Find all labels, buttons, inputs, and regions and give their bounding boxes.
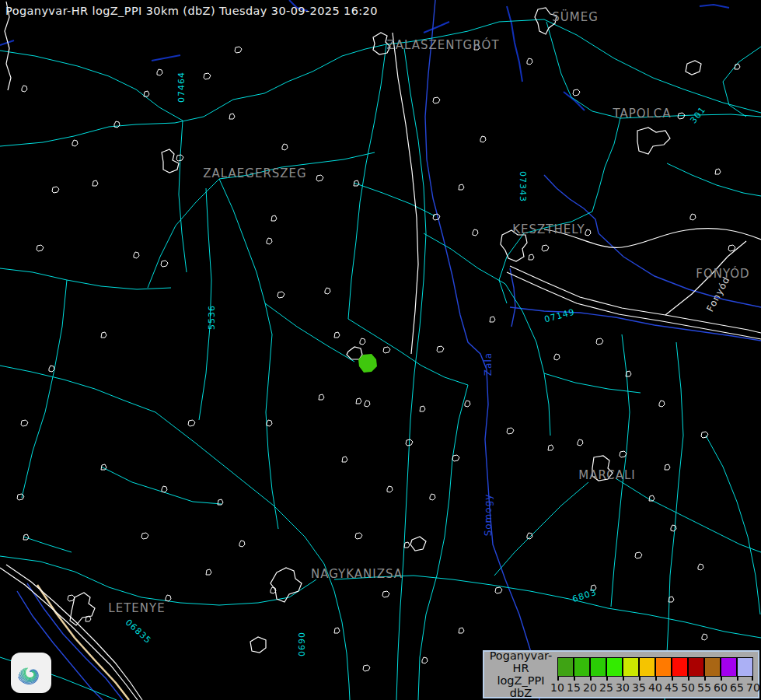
settlement-mark [316,175,323,181]
road-line [0,51,183,121]
road-line [0,556,316,605]
settlement-mark [162,486,167,492]
settlement-mark [659,401,665,407]
settlement-mark [690,214,696,220]
settlement-mark [23,534,29,540]
settlement-mark [72,140,78,146]
settlement-mark [548,445,553,450]
city-label-nagykanizsa: NAGYKANIZSA [311,567,403,581]
road-line [266,334,278,529]
city-label-tapolca: TAPOLCA [613,107,671,121]
road-line [334,576,761,638]
settlement-mark [573,89,580,96]
road-line [665,342,683,700]
road-line [101,467,222,504]
settlement-mark [495,587,502,593]
settlement-mark [715,169,721,174]
settlement-mark [360,338,365,345]
settlement-mark [465,401,470,407]
settlement-mark [665,464,670,470]
settlement-mark [383,347,390,353]
road-line [22,280,67,498]
settlement-outline [271,568,302,602]
settlement-mark [452,455,459,461]
legend-station: Poganyvar-HR [484,649,557,674]
settlement-mark [459,184,464,190]
settlement-mark [267,238,272,244]
settlement-mark [542,245,549,251]
settlement-mark [204,73,211,79]
settlement-mark [52,187,59,193]
road-line [219,179,272,334]
settlement-mark [480,136,486,142]
settlement-mark [134,252,139,258]
road-line [706,436,760,614]
road-line [354,183,435,216]
scale-tick [639,677,641,681]
settlement-mark [404,542,410,548]
color-scale-cell [623,658,640,676]
settlement-mark [161,261,168,267]
settlement-mark [430,494,435,500]
scale-tick [623,677,624,681]
settlement-mark [235,47,242,53]
settlement-mark [141,533,148,539]
scale-tick [737,677,738,681]
color-scale-cell [738,658,752,676]
color-scale-cell [656,658,672,676]
scale-tick [590,677,592,681]
settlement-mark [437,346,444,352]
river-line-dark [424,22,449,33]
settlement-mark [365,401,370,407]
radar-app-logo [11,653,51,693]
river-line-dark [507,6,522,82]
settlement-mark [420,406,425,411]
settlement-mark [282,144,288,150]
settlement-mark [22,86,27,92]
scale-tick [672,677,673,681]
road-line [616,478,761,552]
road-line [494,482,588,576]
settlement-mark [342,457,347,462]
road-line [505,284,550,436]
spiral-logo-icon [11,653,51,693]
road-line [723,47,761,117]
city-label-letenye: LETENYE [108,601,165,615]
settlement-mark [17,494,24,500]
road-number-label: 0690 [297,632,307,656]
settlement-mark [101,464,106,470]
settlement-mark [101,332,106,338]
color-scale-cell [591,658,607,676]
settlement-mark [728,245,735,251]
road-line [23,537,72,552]
city-label-keszthely: KESZTHELY [512,222,585,236]
settlement-mark [188,420,195,426]
settlement-outline [250,637,266,653]
color-scale-cell [672,658,689,676]
road-number-label: 07464 [176,72,187,103]
settlement-mark [635,552,642,558]
city-label-sümeg: SÜMEG [552,10,599,24]
settlement-mark [490,317,495,322]
color-scale: 10152025303540455055606570 [557,652,753,697]
settlement-mark [578,439,583,446]
settlement-mark [422,657,428,663]
settlement-mark [671,525,676,531]
scale-tick [688,677,689,681]
railway-line [393,33,418,354]
road-line [396,48,426,700]
settlement-mark [206,569,211,575]
settlement-mark [527,58,532,65]
settlement-mark [585,229,591,236]
color-scale-cell [607,658,623,676]
color-scale-bar [557,657,753,677]
settlement-mark [354,180,359,186]
settlement-outline [637,128,670,154]
road-line [499,233,524,303]
color-scale-cell [558,658,574,676]
settlement-mark [93,180,98,186]
color-scale-cell [689,658,705,676]
road-line [324,564,350,700]
scale-tick [752,677,753,681]
river-line-dark [700,5,729,8]
